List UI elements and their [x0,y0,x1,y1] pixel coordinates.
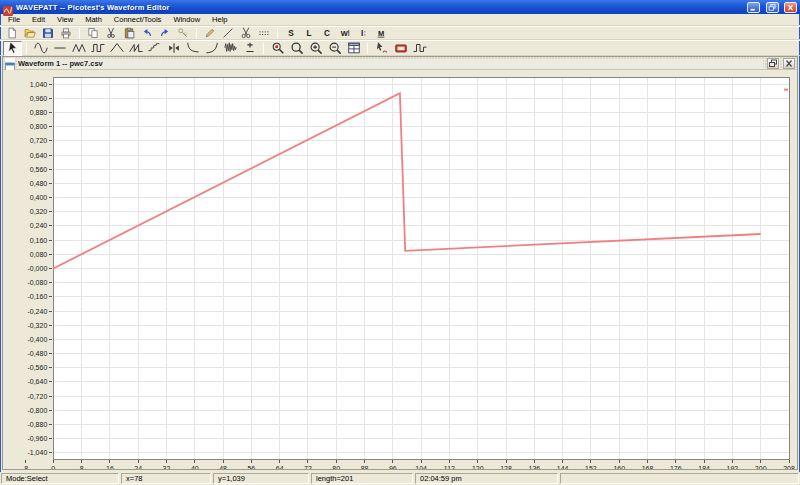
tool-i-button[interactable]: I [354,27,372,40]
window-title: WAVEPATT -- Picotest's Waveform Editor [16,3,743,12]
exp-decay-icon [186,41,200,55]
chart-area[interactable]: 1,0400,9600,8800,8000,7200,6400,5600,480… [3,70,797,469]
select-icon [6,41,20,55]
square-icon [91,41,105,55]
menu-connect-tools[interactable]: Connect/Tools [108,14,168,25]
svg-text:72: 72 [304,465,312,469]
zoom-button[interactable] [287,41,306,56]
impulse-button[interactable] [164,41,183,56]
menu-help[interactable]: Help [206,14,233,25]
print-button[interactable] [57,27,75,40]
svg-text:0,080: 0,080 [30,251,48,258]
svg-text:0,640: 0,640 [30,152,48,159]
zoom-fit-button[interactable] [344,41,363,56]
document-window: Waveform 1 -- pwc7.csv 1,0400,9600,8800,… [2,56,798,470]
zoom-fit-icon [347,41,361,55]
svg-text:0,560: 0,560 [30,166,48,173]
redo-button[interactable] [156,27,174,40]
application-window: WAVEPATT -- Picotest's Waveform Editor F… [0,0,800,485]
new-button[interactable] [3,27,21,40]
tool-m-button[interactable]: M [372,27,390,40]
minimize-button[interactable] [747,2,760,13]
tool-c-icon: C [321,27,333,39]
tool-m-icon: M [375,27,387,39]
svg-text:M: M [378,29,384,38]
svg-text:-0,320: -0,320 [27,322,47,329]
svg-text:-0,400: -0,400 [27,336,47,343]
svg-text:0,480: 0,480 [30,180,48,187]
probe-button[interactable] [372,41,391,56]
document-close-button[interactable] [783,58,795,69]
open-button[interactable] [21,27,39,40]
device-button[interactable] [391,41,410,56]
cut-button[interactable] [102,27,120,40]
tool-s-button[interactable]: S [282,27,300,40]
zoom-region-button[interactable] [268,41,287,56]
paste-icon [123,27,135,39]
undo-button[interactable] [138,27,156,40]
svg-text:88: 88 [361,465,369,469]
tool-l-button[interactable]: L [300,27,318,40]
copy-button[interactable] [84,27,102,40]
plus-minus-button[interactable] [240,41,259,56]
svg-text:136: 136 [528,465,540,469]
triangle2-button[interactable] [107,41,126,56]
points-button[interactable] [145,41,164,56]
svg-text:-0,160: -0,160 [27,293,47,300]
menu-math[interactable]: Math [79,14,108,25]
key-icon [177,27,189,39]
svg-text:64: 64 [276,465,284,469]
tool-w-button[interactable]: W [336,27,354,40]
menubar: FileEditViewMathConnect/ToolsWindowHelp [0,14,800,26]
select-button[interactable] [3,41,22,56]
restore-button[interactable] [766,2,779,13]
svg-text:-0,640: -0,640 [27,378,47,385]
sine-button[interactable] [31,41,50,56]
svg-text:0,240: 0,240 [30,222,48,229]
paste-button[interactable] [120,27,138,40]
dc-icon [53,41,67,55]
svg-text:0,800: 0,800 [30,123,48,130]
exp-rise-button[interactable] [202,41,221,56]
line-button[interactable] [219,27,237,40]
svg-text:8: 8 [80,465,84,469]
menu-file[interactable]: File [2,14,26,25]
status-panel-2: y=1,039 [213,473,309,484]
svg-text:176: 176 [670,465,682,469]
pencil-button[interactable] [201,27,219,40]
pulse-button[interactable] [410,41,429,56]
menu-view[interactable]: View [51,14,79,25]
menu-window[interactable]: Window [167,14,206,25]
save-icon [42,27,54,39]
square-button[interactable] [88,41,107,56]
pencil-icon [204,27,216,39]
triangle-button[interactable] [69,41,88,56]
toolbar-waveform [0,40,800,56]
sawtooth-button[interactable] [126,41,145,56]
document-restore-button[interactable] [767,58,779,69]
scissors-button[interactable] [237,27,255,40]
dc-button[interactable] [50,41,69,56]
undo-icon [141,27,153,39]
waveform-chart[interactable]: 1,0400,9600,8800,8000,7200,6400,5600,480… [3,70,797,469]
svg-text:-1,040: -1,040 [27,449,47,456]
dotted-line-button[interactable] [255,27,273,40]
tool-c-button[interactable]: C [318,27,336,40]
zoom-in-button[interactable] [306,41,325,56]
zoom-out-button[interactable] [325,41,344,56]
svg-text:80: 80 [332,465,340,469]
document-titlebar[interactable]: Waveform 1 -- pwc7.csv [3,57,797,70]
svg-text:L: L [306,29,311,38]
triangle-icon [72,41,86,55]
save-button[interactable] [39,27,57,40]
status-panel-empty [560,473,799,484]
close-button[interactable] [784,2,797,13]
tool-i-icon: I [357,27,369,39]
noise-button[interactable] [221,41,240,56]
menu-edit[interactable]: Edit [26,14,51,25]
svg-text:I: I [361,29,363,38]
exp-decay-button[interactable] [183,41,202,56]
window-titlebar[interactable]: WAVEPATT -- Picotest's Waveform Editor [0,0,800,14]
copy-icon [87,27,99,39]
key-button[interactable] [174,27,192,40]
